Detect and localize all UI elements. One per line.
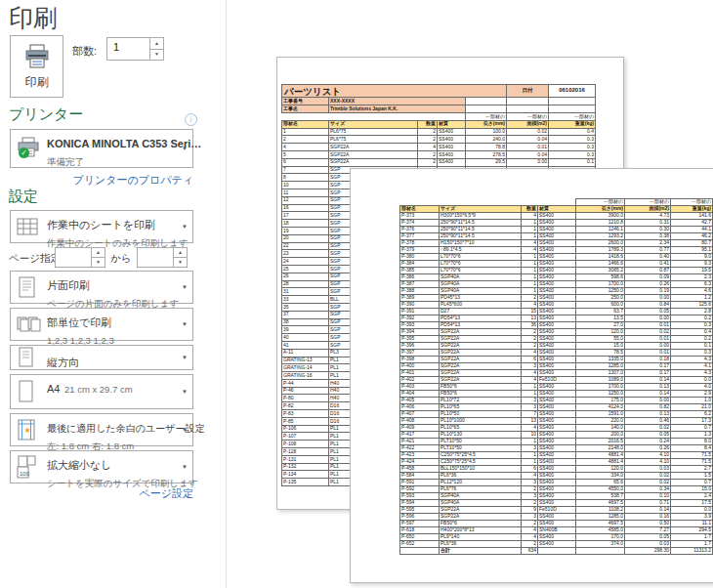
copies-stepper[interactable]: 1 ▲ ▼ [106,37,164,61]
pages-to-increment[interactable]: ▲ [174,248,187,258]
table-cell: P-405 [400,398,440,404]
scaling-dropdown[interactable]: 100 拡大縮小なし シートを実際のサイズで印刷します ▼ [10,450,193,483]
chevron-down-icon: ▼ [182,464,188,470]
table-cell: 1 [522,452,538,459]
table-cell: 1089.0 [576,377,625,384]
table-cell: D27 [440,309,522,315]
info-icon[interactable]: i [185,113,197,126]
table-cell: 4 [522,247,538,254]
table-row: P-384L70*70*61SS4001466.60.419.3 [400,261,713,268]
table-cell: P-379 [400,247,440,254]
table-cell: PL10*130 [440,432,522,439]
table-cell: 13 [522,418,538,425]
table-cell: 4 [522,240,538,247]
table-cell: ○89.1*4.5 [440,247,522,254]
excel-print-backstage: { "app": { "title": "印刷" }, "toolbar": {… [0,0,713,588]
table-cell: 11.1 [671,521,713,527]
pages-from-increment[interactable]: ▲ [92,248,105,258]
table-cell [282,113,466,121]
pages-from-decrement[interactable]: ▼ [92,258,105,267]
table-cell: SGP22A [440,514,522,521]
printer-properties-link[interactable]: プリンターのプロパティ [10,173,193,188]
print-preview-area: パーツリスト 日付 06102016 工事番号 XXX-XXXX 工事名 Tri… [227,0,713,588]
table-cell: 0.02 [625,473,671,480]
margins-dropdown[interactable]: ★ 最後に適用した余白のユーザー設定 左: 1.8 cm 右: 1.8 cm ▼ [10,413,193,446]
table-cell: 0.2 [671,336,713,343]
table-cell: 0.01 [507,144,549,151]
table-cell: SGP40A [440,500,522,507]
table-cell: 0.14 [625,391,671,398]
table-cell: 0.26 [625,445,671,452]
table-cell: P-83 [282,410,329,418]
table-cell: L70*70*6 [440,254,522,261]
table-cell: 2 [522,521,538,527]
table-cell: 0.02 [625,425,671,432]
copies-label: 部数: [72,44,97,59]
chevron-down-icon: ▼ [182,284,188,290]
table-cell: SGP22A [329,150,418,158]
table-row: P-387SGP40A1SS4001700.00.266.3 [400,281,713,288]
table-cell: SS400 [538,213,576,220]
table-cell: 15.0 [671,486,713,493]
table-cell: 1700.0 [576,384,625,391]
table-cell: 220.0 [576,418,625,425]
chevron-down-icon: ▼ [182,321,188,327]
table-cell: SS400 [538,261,576,268]
table-cell: PL10*65 [440,404,522,411]
table-cell: 0.18 [625,357,671,363]
table-cell: 4 [522,425,538,432]
pages-to-label: から [110,252,132,266]
table-cell: 0.0 [671,507,713,514]
table-cell: 1 [522,384,538,391]
table-cell: C250*75*25*4.5 [440,452,522,459]
table-cell: SS400 [538,459,576,466]
table-row: パーツリスト 日付 06102016 [282,85,596,98]
printer-status-icon: ✓ [16,136,43,161]
table-cell: 125.6 [671,302,713,309]
table-cell: 3065.2 [576,268,625,274]
table-cell: 一部材の [549,113,596,121]
table-cell: SS400 [438,150,466,158]
table-cell: SS400 [538,541,576,548]
collation-dropdown[interactable]: 部単位で印刷 1,2,3 1,2,3 1,2,3 ▼ [10,308,193,341]
pages-to-decrement[interactable]: ▼ [174,258,187,267]
table-cell: 25 [282,265,329,273]
copies-increment-button[interactable]: ▲ [150,38,163,50]
table-row: P-591PL12*1203SS40065.60.020.7 [400,480,713,486]
pages-from-value [56,248,91,267]
orientation-dropdown[interactable]: 縦方向 ▼ [10,345,193,370]
table-row: P-377250*90*11*14.51SS4001293.20.3846.2 [400,233,713,240]
date-label: 日付 [507,85,549,98]
table-row: P-400SGP22A3SS4001285.00.174.1 [400,363,713,370]
table-row: P-401SGP22A4SS4001307.00.174.3 [400,370,713,377]
table-cell: 4 [522,350,538,357]
table-cell: 一部材の [671,199,713,206]
table-cell: SS400 [538,227,576,233]
print-what-title: 作業中のシートを印刷 [47,219,155,231]
table-cell: 8 [282,174,329,182]
table-cell: P-374 [400,220,440,227]
table-row: P-650PL9*1404SS400170.00.051.7 [400,534,713,541]
table-cell: 1 [522,261,538,268]
table-cell: 0.3 [671,322,713,329]
table-cell: 4697.5 [576,521,625,527]
copies-decrement-button[interactable]: ▼ [150,50,163,61]
print-button[interactable]: 印刷 [10,35,63,98]
printer-section-heading: プリンター [9,105,83,124]
pages-from-stepper[interactable]: ▲ ▼ [55,247,105,268]
page-setup-link[interactable]: ページ設定 [10,486,193,501]
table-cell: PL10*50 [440,411,522,418]
table-cell: SGP22A [440,363,522,370]
duplex-dropdown[interactable]: 片面印刷 ページの片面のみを印刷します ▼ [10,271,193,304]
printer-dropdown[interactable]: ✓ KONICA MINOLTA C353 Seri… 準備完了 ▼ [10,129,193,168]
pages-to-stepper[interactable]: ▲ ▼ [137,247,188,268]
table-cell: 538.7 [576,493,625,500]
paper-size-dropdown[interactable]: A4 21 cm x 29.7 cm ▼ [10,374,193,409]
print-what-dropdown[interactable]: 作業中のシートを印刷 作業中のシートのみを印刷します ▼ [10,210,193,243]
project-no-label: 工事番号 [282,98,329,105]
table-cell: 28 [282,280,329,288]
table-cell: 1 [522,281,538,288]
table-cell: 6 [282,158,329,166]
table-cell: 材質 [538,206,576,213]
table-cell: 材質 [438,120,466,128]
